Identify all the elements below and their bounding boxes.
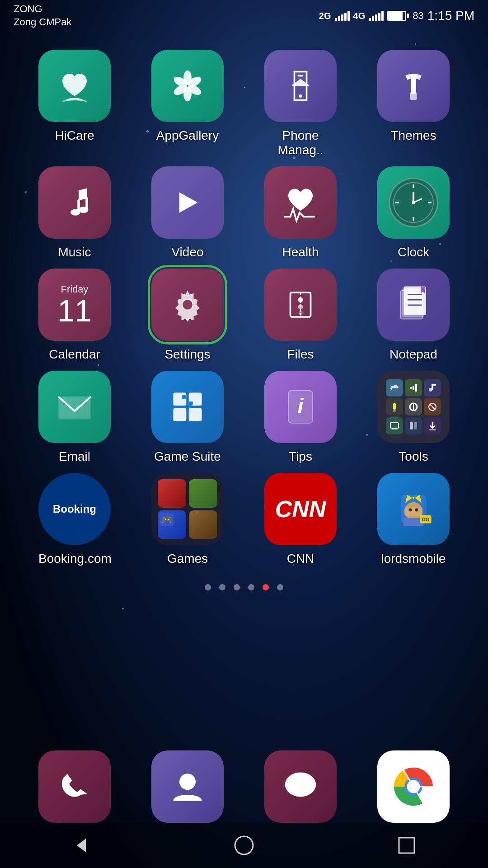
app-games[interactable]: 🎮 Games bbox=[131, 473, 244, 566]
nav-recents-button[interactable] bbox=[389, 827, 425, 863]
dock-chrome[interactable] bbox=[357, 750, 470, 823]
torch-tool bbox=[389, 401, 400, 412]
tool-1 bbox=[386, 379, 403, 396]
booking-label: Booking.com bbox=[38, 552, 111, 566]
svg-point-69 bbox=[415, 508, 418, 511]
clock-face bbox=[389, 178, 438, 227]
tool-3 bbox=[424, 379, 441, 396]
app-files[interactable]: Files bbox=[244, 269, 357, 362]
chrome-svg bbox=[393, 766, 434, 807]
network-2g: 2G bbox=[319, 11, 331, 21]
svg-rect-60 bbox=[414, 422, 417, 429]
svg-rect-67 bbox=[404, 507, 422, 516]
phone-svg bbox=[54, 766, 95, 807]
clock-label: Clock bbox=[398, 245, 429, 259]
email-svg bbox=[54, 387, 95, 427]
games-icon: 🎮 bbox=[151, 473, 224, 545]
app-calendar[interactable]: Friday 11 Calendar bbox=[18, 269, 131, 362]
dock-messages[interactable] bbox=[244, 750, 357, 823]
lordsmobile-svg: GG bbox=[393, 489, 434, 529]
email-label: Email bbox=[59, 449, 90, 464]
cal-day-name: Friday bbox=[61, 283, 88, 295]
health-icon bbox=[264, 166, 337, 239]
app-booking[interactable]: Booking Booking.com bbox=[18, 473, 131, 566]
app-themes[interactable]: Themes bbox=[357, 50, 470, 157]
app-notepad[interactable]: Notepad bbox=[357, 269, 470, 362]
files-icon bbox=[264, 269, 337, 341]
dock-phone[interactable] bbox=[18, 750, 131, 823]
themes-icon bbox=[377, 50, 450, 122]
settings-icon bbox=[151, 269, 224, 341]
dot-2[interactable] bbox=[219, 584, 225, 590]
app-tips[interactable]: i Tips bbox=[244, 371, 357, 464]
game3-svg: 🎮 bbox=[158, 510, 176, 528]
game-mini-3: 🎮 bbox=[158, 510, 186, 539]
dock-contacts[interactable] bbox=[131, 750, 244, 823]
game-mini-4 bbox=[189, 510, 217, 539]
svg-rect-44 bbox=[410, 387, 412, 389]
music-icon bbox=[38, 166, 111, 239]
nav-back-button[interactable] bbox=[63, 827, 99, 863]
cloud-tool bbox=[389, 382, 400, 393]
dot-3[interactable] bbox=[234, 584, 240, 590]
svg-rect-49 bbox=[433, 384, 436, 386]
app-email[interactable]: Email bbox=[18, 371, 131, 464]
bar2 bbox=[338, 16, 340, 21]
tool-2 bbox=[405, 379, 422, 396]
svg-marker-51 bbox=[393, 410, 396, 412]
battery-tip bbox=[407, 14, 409, 18]
svg-rect-84 bbox=[399, 838, 414, 853]
app-phonemanager[interactable]: Phone Manag.. bbox=[244, 50, 357, 157]
bar1 bbox=[335, 18, 337, 21]
notepad-label: Notepad bbox=[389, 347, 437, 362]
screen-tool bbox=[389, 420, 400, 431]
svg-point-68 bbox=[408, 508, 412, 511]
bar4 bbox=[344, 13, 347, 21]
bar5 bbox=[381, 11, 384, 21]
hicare-label: HiCare bbox=[55, 128, 94, 143]
dot-5-active[interactable] bbox=[263, 584, 269, 590]
app-music[interactable]: Music bbox=[18, 166, 131, 259]
dot-1[interactable] bbox=[205, 584, 211, 590]
tools-grid bbox=[381, 375, 446, 439]
nav-home-button[interactable] bbox=[226, 827, 262, 863]
themes-svg bbox=[393, 66, 434, 106]
lordsmobile-icon: GG bbox=[377, 473, 450, 545]
tool-8 bbox=[405, 417, 422, 434]
app-hicare[interactable]: HiCare bbox=[18, 50, 131, 157]
app-tools[interactable]: Tools bbox=[357, 371, 470, 464]
app-cnn[interactable]: CNN CNN bbox=[244, 473, 357, 566]
tools-label: Tools bbox=[399, 449, 428, 464]
tool-9 bbox=[424, 417, 441, 434]
svg-point-22 bbox=[412, 201, 415, 204]
carrier-name: ZONG bbox=[14, 3, 71, 16]
app-lordsmobile[interactable]: GG lordsmobile bbox=[357, 473, 470, 566]
gamesuite-icon bbox=[151, 371, 224, 443]
app-clock[interactable]: Clock bbox=[357, 166, 470, 259]
notepad-icon bbox=[377, 269, 450, 341]
time-display: 1:15 PM bbox=[427, 9, 474, 23]
dock bbox=[0, 750, 488, 823]
app-video[interactable]: Video bbox=[131, 166, 244, 259]
app-settings[interactable]: Settings bbox=[131, 269, 244, 362]
home-icon bbox=[233, 834, 255, 857]
phone-dock-icon bbox=[38, 750, 111, 823]
dot-6[interactable] bbox=[277, 584, 283, 590]
gamesuite-svg bbox=[167, 387, 208, 427]
chrome-dock-icon bbox=[377, 750, 450, 823]
circle-tool bbox=[408, 401, 419, 412]
svg-text:i: i bbox=[297, 394, 304, 418]
svg-rect-46 bbox=[415, 384, 417, 392]
app-gamesuite[interactable]: Game Suite bbox=[131, 371, 244, 464]
battery-indicator bbox=[387, 11, 409, 21]
tool-4 bbox=[386, 398, 403, 415]
app-appgallery[interactable]: AppGallery bbox=[131, 50, 244, 157]
download-tool bbox=[427, 420, 438, 431]
mirror-tool bbox=[408, 420, 419, 431]
video-label: Video bbox=[171, 245, 203, 259]
music-label: Music bbox=[58, 245, 91, 259]
dot-4[interactable] bbox=[248, 584, 254, 590]
app-health[interactable]: Health bbox=[244, 166, 357, 259]
carrier-sub: Zong CMPak bbox=[14, 16, 71, 29]
recents-icon bbox=[395, 834, 418, 857]
